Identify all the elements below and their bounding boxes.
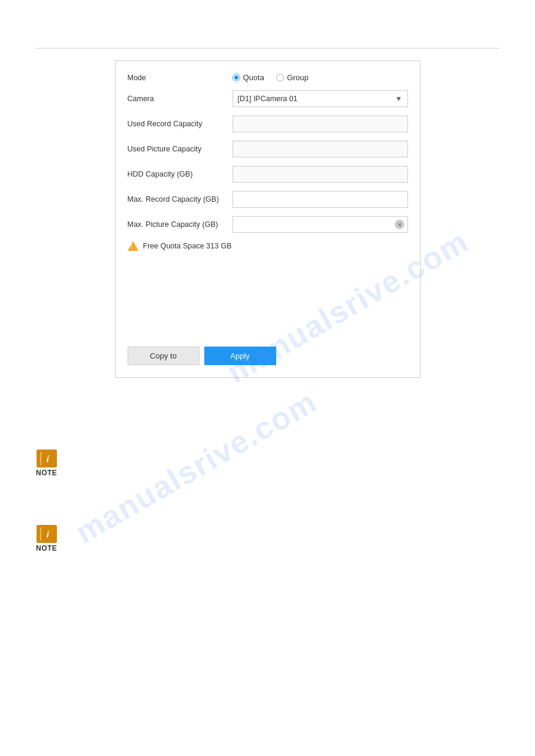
mode-options: Quota Group [232,73,309,82]
used-picture-input: 2048.00MB [232,141,408,157]
hdd-capacity-label: HDD Capacity (GB) [128,170,232,178]
mode-label: Mode [128,74,232,82]
note-icon-container-2: i NOTE [36,525,57,552]
max-record-row: Max. Record Capacity (GB) 1500 [128,191,408,208]
note-2: i NOTE [36,525,499,552]
mode-row: Mode Quota Group [128,73,408,82]
mode-quota-label: Quota [243,73,264,82]
radio-group[interactable] [276,74,284,81]
max-record-input[interactable]: 1500 [232,191,408,208]
note-label-1: NOTE [36,469,57,477]
notes-section: i NOTE i NOTE [0,450,535,552]
used-record-input: 18.00GB [232,116,408,132]
max-record-field: 1500 [232,191,408,208]
camera-row: Camera [D1] IPCamera 01 ▼ [128,90,408,107]
hdd-capacity-input: 1863 [232,166,408,183]
settings-panel: Mode Quota Group Camera [D1] IPCamera 01… [115,60,421,378]
clear-picture-button[interactable]: ✕ [395,220,404,229]
used-record-row: Used Record Capacity 18.00GB [128,116,408,132]
camera-field: [D1] IPCamera 01 ▼ [232,90,408,107]
max-picture-label: Max. Picture Capacity (GB) [128,220,232,229]
note-badge-i-2: i [47,529,49,539]
warning-icon [128,241,138,251]
note-badge-i-1: i [47,454,49,464]
mode-quota-option[interactable]: Quota [232,73,264,82]
hdd-capacity-field: 1863 [232,166,408,183]
note-1: i NOTE [36,450,499,477]
apply-button[interactable]: Apply [204,347,276,365]
max-picture-field: 50 ✕ [232,216,408,233]
radio-quota[interactable] [232,74,240,81]
max-picture-input[interactable]: 50 [232,216,408,233]
used-record-field: 18.00GB [232,116,408,132]
max-picture-row: Max. Picture Capacity (GB) 50 ✕ [128,216,408,233]
free-quota-row: Free Quota Space 313 GB [128,241,408,251]
mode-group-option[interactable]: Group [276,73,309,82]
note-badge-2: i [37,525,57,543]
camera-dropdown-arrow: ▼ [395,95,403,103]
note-icon-container-1: i NOTE [36,450,57,477]
camera-select[interactable]: [D1] IPCamera 01 ▼ [232,90,408,107]
max-record-label: Max. Record Capacity (GB) [128,195,232,204]
used-record-label: Used Record Capacity [128,120,232,128]
camera-select-value: [D1] IPCamera 01 [238,95,298,103]
top-divider [36,48,499,48]
button-row: Copy to Apply [128,347,408,365]
hdd-capacity-row: HDD Capacity (GB) 1863 [128,166,408,183]
copy-to-button[interactable]: Copy to [128,347,200,365]
camera-label: Camera [128,95,232,103]
used-picture-field: 2048.00MB [232,141,408,157]
used-picture-label: Used Picture Capacity [128,145,232,153]
mode-group-label: Group [287,73,309,82]
note-badge-1: i [37,450,57,467]
note-label-2: NOTE [36,544,57,552]
free-quota-text: Free Quota Space 313 GB [143,242,232,250]
used-picture-row: Used Picture Capacity 2048.00MB [128,141,408,157]
spacer [128,257,408,329]
note-spacer [0,489,535,513]
